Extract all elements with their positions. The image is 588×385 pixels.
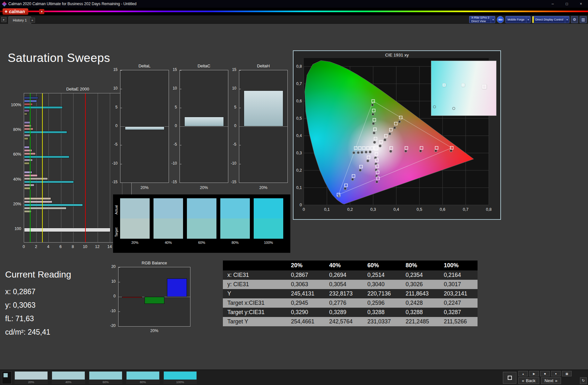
refresh-button[interactable]: ↻ <box>580 377 587 384</box>
delta-h-chart: DeltaH 151050-5-10-15 20% <box>227 64 291 196</box>
reference-line <box>85 93 86 242</box>
swatch-column-label: 100% <box>254 241 283 244</box>
table-cell: 211,5266 <box>439 317 478 326</box>
chevron-down-icon: ▾ <box>526 16 530 23</box>
tab-scroll-button[interactable]: ▸ <box>1 17 6 22</box>
table-cell: 254,4661 <box>286 317 325 326</box>
table-cell: 0,3026 <box>401 280 439 289</box>
table-cell: 0,3017 <box>439 280 478 289</box>
delta-l-chart: DeltaL 151050-5-10-15 20% <box>109 64 172 196</box>
delta-e-bar <box>24 137 28 140</box>
x-axis-tick-label: 12 <box>94 244 100 249</box>
play-button[interactable]: ▶ <box>529 371 539 376</box>
sweep-swatch-button[interactable]: 80% <box>126 371 160 384</box>
inset-measured-point <box>452 107 455 110</box>
swatch-cell <box>154 198 183 239</box>
gridline <box>48 93 49 242</box>
actual-swatch <box>187 198 216 218</box>
tick-mark <box>120 70 122 71</box>
swatch-column-label: 20% <box>120 241 150 244</box>
chart-title: DeltaL <box>120 64 169 68</box>
swatch-cells <box>120 198 283 239</box>
record-button[interactable]: ● <box>551 371 561 376</box>
minimize-button[interactable]: – <box>546 0 560 8</box>
measured-point <box>450 149 452 152</box>
tab-history-1[interactable]: History 1 <box>8 16 31 24</box>
delta-e-bar <box>24 228 110 232</box>
svg-text:0,5: 0,5 <box>417 207 422 212</box>
settings-gear-button[interactable]: ⚙ <box>571 16 578 23</box>
svg-text:0,6: 0,6 <box>296 99 302 103</box>
column-header: 20% <box>286 261 325 270</box>
table-row: Target y:CIE310,32900,32890,32880,32880,… <box>223 308 478 317</box>
measured-point <box>369 151 371 153</box>
tick-mark <box>239 145 241 145</box>
chevron-down-icon: ▾ <box>565 16 569 23</box>
actual-swatch <box>120 198 150 218</box>
delta-bar <box>184 117 224 126</box>
inset-target-point <box>461 83 464 86</box>
gridline <box>61 93 61 242</box>
svg-text:0,2: 0,2 <box>347 207 353 212</box>
inset-target-point <box>482 84 486 89</box>
sweep-swatch-button[interactable]: 60% <box>89 371 122 384</box>
current-reading-title: Current Reading <box>5 270 71 280</box>
row-label: y: CIE31 <box>223 280 286 289</box>
inset-measured-point <box>433 105 436 108</box>
meter-name: X-Rite i1Pro 3 <box>471 16 489 20</box>
table-row: y: CIE310,30630,30540,30400,30260,3017 <box>223 280 478 289</box>
sweep-swatch-button[interactable]: 20% <box>14 371 48 384</box>
measured-point <box>366 159 369 162</box>
grid-button[interactable]: ▦ <box>562 371 572 376</box>
stop-button[interactable]: ■ <box>540 371 550 376</box>
column-header: 40% <box>325 261 363 270</box>
chevrons-right-icon: » <box>555 378 557 383</box>
y-axis-tick-label: 0 <box>115 124 118 128</box>
add-tab-button[interactable]: + <box>30 18 35 23</box>
display-control-selector[interactable]: Direct Display Control ▾ <box>532 16 569 23</box>
window-titlebar: Calman 2020 Calman Ultimate for Business… <box>0 0 588 8</box>
maximize-button[interactable]: □ <box>560 0 574 8</box>
chart-title: DeltaH <box>239 64 288 68</box>
table-cell: 0,3288 <box>401 308 439 317</box>
close-button[interactable]: × <box>574 0 588 8</box>
source-selector[interactable]: Mobile Forge ▾ <box>505 16 531 23</box>
y-axis-labels: 151050-5-10-15 <box>109 70 119 183</box>
svg-text:0,8: 0,8 <box>296 64 302 69</box>
delta-e-bar <box>24 128 33 130</box>
saturation-data-table: 20%40%60%80%100% x: CIE310,28670,26940,2… <box>223 261 478 326</box>
swatch <box>89 372 122 380</box>
x-axis-label: 20% <box>180 185 228 190</box>
y-axis-tick-label: -15 <box>112 180 118 184</box>
calman-logo-button[interactable]: ❖ calman <box>3 8 28 15</box>
table-cell: 0,2164 <box>439 270 478 280</box>
page-navigation: « Back Next » <box>518 377 561 384</box>
target-swatch <box>120 218 150 239</box>
delta-c-chart: DeltaC 151050-5-10-15 20% <box>168 64 232 196</box>
x-axis-tick-label: 10 <box>82 244 88 249</box>
measured-point <box>434 150 437 152</box>
measured-point <box>353 151 355 154</box>
logo-menu-button[interactable]: ▾ <box>39 9 44 14</box>
red-balance-bar <box>122 297 142 298</box>
next-button[interactable]: Next » <box>541 377 561 384</box>
layout-thumbnail-button[interactable] <box>2 371 12 384</box>
sweep-swatch-button[interactable]: 100% <box>163 371 197 384</box>
y-axis-tick-label: 5 <box>234 105 236 109</box>
eject-button[interactable]: ▴ <box>518 371 528 376</box>
sweep-swatch-strip: Actual Target 20%40%60%80%100% <box>113 194 290 253</box>
row-label: Target y:CIE31 <box>223 308 286 317</box>
chart-title: DeltaC <box>180 64 228 68</box>
y-axis-tick-label: 15 <box>173 67 177 72</box>
back-button[interactable]: « Back <box>518 377 539 384</box>
meter-selector[interactable]: X-Rite i1Pro 3 Direct View ▾ <box>469 16 495 23</box>
stop-measurement-button[interactable] <box>503 372 516 384</box>
x-axis-tick-label: 8 <box>70 244 76 249</box>
sweep-swatch-button[interactable]: 40% <box>52 371 85 384</box>
delta-e-bar <box>24 171 32 174</box>
delta-e-bar <box>24 177 48 180</box>
x-axis-tick-label: 14 <box>107 244 112 249</box>
x-axis-label: 20% <box>118 329 190 333</box>
layout-list-button[interactable]: ▥ <box>580 16 587 23</box>
tick-mark <box>118 282 120 282</box>
